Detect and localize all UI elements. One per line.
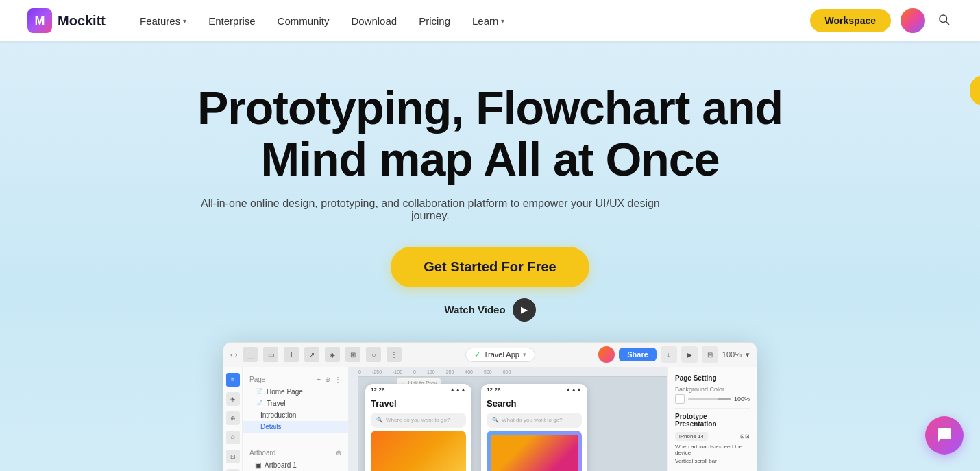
- check-icon: ✓: [474, 350, 480, 359]
- page-icon: 📄: [255, 388, 263, 396]
- nav-enterprise[interactable]: Enterprise: [199, 10, 265, 32]
- phone-frames: 12:26 ▲▲▲ Travel 🔍 Where do you want to …: [358, 377, 667, 471]
- opacity-slider[interactable]: [688, 398, 731, 400]
- tool-circle-icon[interactable]: ○: [366, 347, 381, 362]
- nav-features[interactable]: Features ▾: [130, 10, 196, 32]
- watch-video-link[interactable]: Watch Video ▶: [444, 298, 535, 322]
- search-icon: [938, 13, 950, 25]
- zoom-chevron-icon: ▾: [746, 350, 750, 359]
- app-screenshot: ‹› ⬜ ▭ T ↗ ◈ ⊞ ○ ⋮ ✓ Travel App ▾ Share …: [223, 342, 757, 471]
- logo-icon: M: [27, 8, 52, 33]
- search-artboard-icon[interactable]: ⊕: [336, 449, 341, 457]
- page-item-intro[interactable]: Introduction: [243, 409, 348, 421]
- download-icon[interactable]: ↓: [661, 346, 677, 363]
- cta-button[interactable]: Get Started For Free: [391, 247, 589, 287]
- svg-line-1: [946, 21, 948, 24]
- tool-frame-icon[interactable]: ⬜: [243, 347, 258, 362]
- pages-panel: Page + ⊕ ⋮ 📄 Home Page 📄 Travel Intr: [243, 367, 349, 471]
- phone2-title: Search: [481, 396, 587, 410]
- toolbar-link-icon[interactable]: ⊕: [226, 411, 240, 425]
- version-badge: New V8.0: [970, 75, 980, 106]
- color-swatch[interactable]: [675, 394, 685, 404]
- phone-frame-travel: 12:26 ▲▲▲ Travel 🔍 Where do you want to …: [365, 384, 471, 471]
- tool-more-icon[interactable]: ⋮: [387, 347, 402, 362]
- phone2-status-bar: 12:26 ▲▲▲: [481, 384, 587, 396]
- share-button[interactable]: Share: [619, 348, 657, 361]
- project-name-area: ✓ Travel App ▾: [407, 348, 593, 362]
- artboard-section-label: Artboard ⊕: [243, 446, 348, 459]
- phone1-title: Travel: [365, 396, 471, 410]
- hero-title: Prototyping, Flowchart and Mind map All …: [197, 82, 783, 185]
- avatar-sm: [598, 346, 615, 363]
- learn-chevron-icon: ▾: [501, 17, 504, 25]
- left-area: ≡ ◈ ⊕ ☺ ⊡ ⊞ Page + ⊕ ⋮ 📄: [223, 367, 349, 471]
- hero-title-wrap: New V8.0 Prototyping, Flowchart and Mind…: [197, 82, 783, 222]
- avatar[interactable]: [901, 8, 925, 33]
- play-icon: ▶: [513, 298, 536, 322]
- nav-community[interactable]: Community: [268, 10, 339, 32]
- phone1-search-bar[interactable]: 🔍 Where do you want to go?: [371, 413, 466, 428]
- toolbar-assets-icon[interactable]: ◈: [226, 392, 240, 406]
- nav-arrows: ‹›: [230, 350, 237, 359]
- device-row: iPhone 14 ⊡⊡: [675, 432, 750, 441]
- nav-learn[interactable]: Learn ▾: [463, 10, 514, 32]
- opacity-percent: 100%: [734, 396, 750, 402]
- search-button[interactable]: [935, 10, 953, 32]
- toolbar-comment-icon[interactable]: ☺: [226, 431, 240, 444]
- project-name-label: Travel App: [484, 350, 519, 359]
- ruler-horizontal: -500 -250 -100 0 100 250 400 500 600: [349, 367, 667, 377]
- nav-download[interactable]: Download: [341, 10, 406, 32]
- divider: [675, 408, 750, 409]
- tool-component-icon[interactable]: ◈: [325, 347, 340, 362]
- features-chevron-icon: ▾: [183, 17, 186, 25]
- page-setting-title: Page Setting: [675, 374, 750, 382]
- artboard-icon: ▣: [255, 461, 261, 469]
- tool-connect-icon[interactable]: ↗: [304, 347, 319, 362]
- tool-shape-icon[interactable]: ▭: [263, 347, 278, 362]
- topbar-right: Share ↓ ▶ ⊟ 100% ▾: [598, 346, 750, 363]
- search-page-icon[interactable]: ⊕: [325, 376, 330, 383]
- toolbar-layers-icon[interactable]: ≡: [226, 373, 240, 387]
- page-item-home[interactable]: 📄 Home Page: [243, 386, 348, 398]
- app-topbar: ‹› ⬜ ▭ T ↗ ◈ ⊞ ○ ⋮ ✓ Travel App ▾ Share …: [223, 343, 757, 367]
- page-item-travel[interactable]: 📄 Travel: [243, 398, 348, 409]
- canvas-area: -500 -250 -100 0 100 250 400 500 600 ← L…: [349, 367, 667, 471]
- nav-pricing[interactable]: Pricing: [409, 10, 460, 32]
- toolbar-plugin-icon[interactable]: ⊞: [226, 469, 240, 471]
- phone1-status-bar: 12:26 ▲▲▲: [365, 384, 471, 396]
- right-panel: Page Setting Background Color 100% Proto…: [667, 367, 757, 471]
- artboard-item-1[interactable]: ▣ Artboard 1: [243, 459, 348, 471]
- hero-section: New V8.0 Prototyping, Flowchart and Mind…: [0, 41, 980, 471]
- bg-color-label: Background Color: [675, 386, 750, 393]
- tool-grid-icon[interactable]: ⊞: [345, 347, 360, 362]
- chat-bubble[interactable]: [925, 416, 964, 455]
- toolbar-history-icon[interactable]: ⊡: [226, 450, 240, 463]
- chat-icon: [936, 427, 953, 444]
- project-title-pill[interactable]: ✓ Travel App ▾: [465, 348, 535, 362]
- project-chevron-icon: ▾: [523, 351, 526, 358]
- scroll-label: Vertical scroll bar: [675, 458, 750, 464]
- page-section-label: Page + ⊕ ⋮: [243, 373, 348, 386]
- cta-section: Get Started For Free Watch Video ▶: [391, 247, 589, 322]
- logo-link[interactable]: M Mockitt: [27, 8, 106, 33]
- page-item-details[interactable]: Details: [243, 421, 348, 433]
- sydney-photo: Sydney Australia: [491, 435, 578, 471]
- page-more-icon[interactable]: ⋮: [334, 376, 341, 383]
- add-page-icon[interactable]: +: [317, 376, 321, 383]
- bg-color-row: 100%: [675, 394, 750, 404]
- play-preview-icon[interactable]: ▶: [681, 346, 698, 363]
- navbar: M Mockitt Features ▾ Enterprise Communit…: [0, 0, 980, 41]
- phone2-image: Sydney Australia Designer: [487, 431, 582, 471]
- phone-frame-search: 12:26 ▲▲▲ Search 🔍 What do you want to g…: [481, 384, 587, 471]
- workspace-button[interactable]: Workspace: [810, 9, 891, 32]
- tool-text-icon[interactable]: T: [284, 347, 299, 362]
- brand-name: Mockitt: [58, 13, 106, 29]
- phone2-search-bar[interactable]: 🔍 What do you want to go?: [487, 413, 582, 428]
- phone1-image: Photography tips Product manager: [371, 431, 466, 471]
- device-select[interactable]: iPhone 14: [675, 432, 708, 441]
- app-body: ≡ ◈ ⊕ ☺ ⊡ ⊞ Page + ⊕ ⋮ 📄: [223, 367, 757, 471]
- left-toolbar: ≡ ◈ ⊕ ☺ ⊡ ⊞: [223, 367, 243, 471]
- nav-right: Workspace: [810, 8, 953, 33]
- grid-view-icon[interactable]: ⊟: [702, 346, 718, 363]
- nav-links: Features ▾ Enterprise Community Download…: [130, 10, 810, 32]
